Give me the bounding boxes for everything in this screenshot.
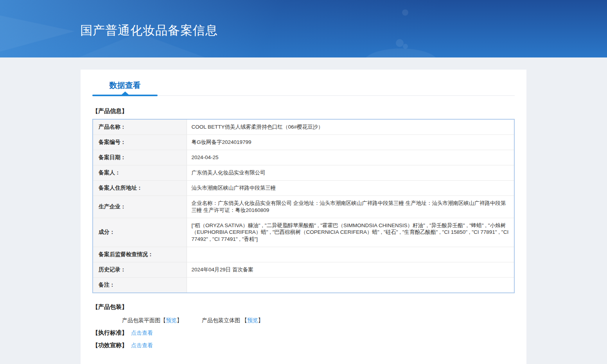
tab-data-view[interactable]: 数据查看	[92, 80, 158, 95]
table-row: 备注：	[93, 278, 514, 293]
packaging-flat-label: 产品包装平面图【	[122, 317, 166, 323]
row-label: 备案日期：	[93, 150, 187, 165]
packaging-flat-preview-link[interactable]: 预览	[166, 317, 177, 323]
tab-active-arrow-icon	[122, 91, 129, 95]
banner-decoration-circle	[403, 44, 408, 49]
efficacy-row: 【功效宣称】 点击查看	[92, 342, 515, 349]
page-title: 国产普通化妆品备案信息	[80, 22, 218, 39]
product-info-table-body: 产品名称： COOL BETTY俏美人绒雾柔滑持色口红（06#樱花豆沙） 备案编…	[93, 119, 514, 293]
packaging-row: 产品包装平面图【预览】 产品包装立体图 【预览】	[122, 317, 515, 324]
packaging-flat-item: 产品包装平面图【预览】	[122, 317, 182, 324]
row-value: ["稻（ORYZA SATIVA）糠油" , "二异硬脂醇苹果酸酯" , "霍霍…	[187, 218, 514, 247]
table-row: 备案编号： 粤G妆网备字2024019799	[93, 135, 514, 150]
packaging-stereo-label: 产品包装立体图 【	[202, 317, 247, 323]
section-efficacy-title: 【功效宣称】	[92, 342, 128, 349]
packaging-stereo-preview-link[interactable]: 预览	[247, 317, 258, 323]
row-value: 粤G妆网备字2024019799	[187, 135, 514, 150]
banner-decoration-blob	[364, 48, 438, 57]
row-value: 企业名称：广东俏美人化妆品实业有限公司 企业地址：汕头市潮南区峡山广祥路中段第三…	[187, 196, 514, 218]
row-value	[187, 247, 514, 262]
banner-decoration-circle	[402, 9, 408, 16]
row-value: 2024-04-25	[187, 150, 514, 165]
row-label: 备注：	[93, 278, 187, 293]
product-info-table: 产品名称： COOL BETTY俏美人绒雾柔滑持色口红（06#樱花豆沙） 备案编…	[92, 119, 515, 293]
standard-row: 【执行标准】 点击查看	[92, 329, 515, 337]
tab-data-view-label: 数据查看	[110, 81, 141, 90]
table-row: 产品名称： COOL BETTY俏美人绒雾柔滑持色口红（06#樱花豆沙）	[93, 119, 514, 135]
packaging-flat-bracket: 】	[177, 317, 182, 323]
table-row: 生产企业： 企业名称：广东俏美人化妆品实业有限公司 企业地址：汕头市潮南区峡山广…	[93, 196, 514, 218]
row-label: 备案人住所地址：	[93, 181, 187, 196]
efficacy-view-link[interactable]: 点击查看	[131, 342, 153, 349]
table-row: 备案人： 广东俏美人化妆品实业有限公司	[93, 165, 514, 181]
section-product-info-title: 【产品信息】	[92, 108, 515, 115]
row-value: 2024年04月29日 首次备案	[187, 262, 514, 278]
table-row: 成分： ["稻（ORYZA SATIVA）糠油" , "二异硬脂醇苹果酸酯" ,…	[93, 218, 514, 247]
row-label: 备案编号：	[93, 135, 187, 150]
row-label: 备案人：	[93, 165, 187, 181]
tab-bar: 数据查看	[92, 70, 515, 96]
row-value: 广东俏美人化妆品实业有限公司	[187, 165, 514, 181]
table-row: 备案人住所地址： 汕头市潮南区峡山广祥路中段第三幢	[93, 181, 514, 196]
packaging-stereo-item: 产品包装立体图 【预览】	[202, 317, 264, 324]
section-packaging-title: 【产品包装】	[92, 303, 515, 311]
row-label: 成分：	[93, 218, 187, 247]
table-row: 备案后监督检查情况：	[93, 247, 514, 262]
standard-view-link[interactable]: 点击查看	[131, 330, 153, 337]
table-row: 历史记录： 2024年04月29日 首次备案	[93, 262, 514, 278]
content-card: 数据查看 【产品信息】 产品名称： COOL BETTY俏美人绒雾柔滑持色口红（…	[81, 70, 526, 364]
row-label: 历史记录：	[93, 262, 187, 278]
row-label: 生产企业：	[93, 196, 187, 218]
page-banner: 国产普通化妆品备案信息	[0, 0, 607, 57]
packaging-stereo-bracket: 】	[258, 317, 264, 323]
tab-active-underline	[92, 95, 158, 96]
section-standard-title: 【执行标准】	[92, 329, 128, 337]
table-row: 备案日期： 2024-04-25	[93, 150, 514, 165]
row-value	[187, 278, 514, 293]
row-value: 汕头市潮南区峡山广祥路中段第三幢	[187, 181, 514, 196]
row-label: 产品名称：	[93, 119, 187, 135]
banner-decoration-circle	[396, 39, 404, 47]
row-label: 备案后监督检查情况：	[93, 247, 187, 262]
row-value: COOL BETTY俏美人绒雾柔滑持色口红（06#樱花豆沙）	[187, 119, 514, 135]
